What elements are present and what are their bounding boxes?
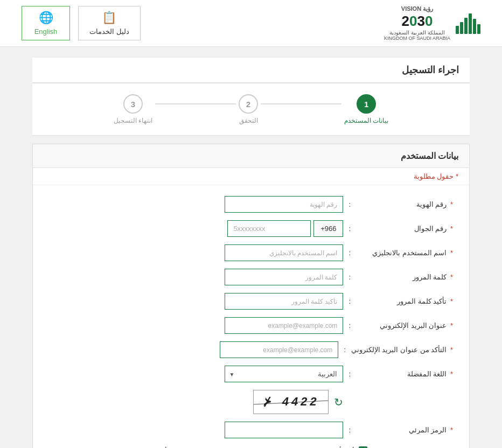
english-label: English xyxy=(34,27,58,36)
step-3: 3 انتهاء التسجيل xyxy=(114,94,152,124)
language-select[interactable]: العربية English xyxy=(225,366,343,382)
header-buttons: 🌐 English 📋 دليل الخدمات xyxy=(22,6,141,40)
services-guide-button[interactable]: 📋 دليل الخدمات xyxy=(78,6,141,40)
form-body: * رقم الهوية : * رقم الجوال : +966 xyxy=(33,185,469,448)
step-2: 2 التحقق xyxy=(239,94,258,124)
vision-text: VISION رؤية 2030 xyxy=(401,5,433,30)
id-number-label: * رقم الهوية xyxy=(356,200,453,208)
confirm-password-row: * تأكيد كلمة المرور : xyxy=(49,293,453,310)
captcha-input[interactable] xyxy=(225,422,343,438)
vision-logo: VISION رؤية 2030 المملكة العربية السعودي… xyxy=(384,5,450,41)
form-card-title: بيانات المستخدم xyxy=(33,144,469,168)
colon-4: : xyxy=(348,273,351,281)
confirm-password-input[interactable] xyxy=(225,293,343,310)
required-note: * حقول مطلوبة xyxy=(33,168,469,185)
services-guide-label: دليل الخدمات xyxy=(89,27,129,36)
captcha-refresh-button[interactable]: ↻ xyxy=(334,396,343,409)
email-label: * عنوان البريد الإلكتروني xyxy=(356,321,453,330)
captcha-label: * الرمز المرئي xyxy=(356,426,453,434)
password-label: * كلمة المرور xyxy=(356,273,453,281)
step-line-1 xyxy=(261,103,341,104)
form-card: بيانات المستخدم * حقول مطلوبة * رقم الهو… xyxy=(32,144,470,448)
mobile-row: * رقم الجوال : +966 xyxy=(49,220,453,237)
phone-prefix: +966 xyxy=(313,220,343,237)
step-2-circle: 2 xyxy=(239,94,258,114)
password-row: * كلمة المرور : xyxy=(49,269,453,285)
header: 🌐 English 📋 دليل الخدمات VISION رؤية 203… xyxy=(0,0,502,47)
captcha-input-row: * الرمز المرئي : xyxy=(49,422,453,438)
page-title: اجراء التسجيل xyxy=(32,58,470,83)
password-input[interactable] xyxy=(225,269,343,285)
colon-3: : xyxy=(348,249,351,257)
english-button[interactable]: 🌐 English xyxy=(22,6,70,40)
step-3-circle: 3 xyxy=(123,94,143,114)
username-row: * اسم المستخدم بالانجليزي : xyxy=(49,244,453,261)
step-1: 1 بيانات المستخدم xyxy=(344,94,388,124)
colon-7: : xyxy=(344,346,346,354)
colon-1: : xyxy=(348,200,351,208)
confirm-password-label: * تأكيد كلمة المرور xyxy=(356,297,453,305)
email-input[interactable] xyxy=(225,317,343,334)
steps-container: 1 بيانات المستخدم 2 التحقق 3 انتهاء التس… xyxy=(32,83,470,136)
book-icon: 📋 xyxy=(102,11,116,25)
step-1-label: بيانات المستخدم xyxy=(344,117,388,124)
globe-icon: 🌐 xyxy=(39,11,53,25)
main-content: اجراء التسجيل 1 بيانات المستخدم 2 التحقق xyxy=(0,47,502,448)
colon-6: : xyxy=(348,321,351,330)
confirm-email-label: * التأكد من عنوان البريد الإلكتروني xyxy=(351,346,453,354)
colon-8: : xyxy=(348,370,351,378)
language-select-wrapper: العربية English xyxy=(225,366,343,382)
language-row: * اللغة المفضلة : العربية English xyxy=(49,366,453,382)
kingdom-text: المملكة العربية السعودية KINGDOM OF SAUD… xyxy=(384,30,450,41)
step-3-label: انتهاء التسجيل xyxy=(114,117,152,124)
mobile-label: * رقم الجوال xyxy=(356,225,453,233)
captcha-section: ⊁ 4422 ↻ xyxy=(253,390,343,414)
captcha-image: ⊁ 4422 xyxy=(253,390,329,414)
colon-5: : xyxy=(348,297,351,305)
logo-area: VISION رؤية 2030 المملكة العربية السعودي… xyxy=(384,5,480,41)
username-input[interactable] xyxy=(225,244,343,261)
step-2-label: التحقق xyxy=(239,117,258,124)
phone-group: +966 xyxy=(227,220,343,237)
phone-input[interactable] xyxy=(227,220,311,237)
step-line-2 xyxy=(155,103,236,104)
colon-2: : xyxy=(348,225,351,233)
username-label: * اسم المستخدم بالانجليزي xyxy=(356,249,453,257)
language-label: * اللغة المفضلة xyxy=(356,370,453,378)
id-number-input[interactable] xyxy=(225,196,343,213)
id-number-row: * رقم الهوية : xyxy=(49,196,453,213)
bars-logo xyxy=(456,12,480,34)
confirm-email-row: * التأكد من عنوان البريد الإلكتروني : xyxy=(49,341,453,358)
email-row: * عنوان البريد الإلكتروني : xyxy=(49,317,453,334)
confirm-email-input[interactable] xyxy=(220,341,338,358)
step-1-circle: 1 xyxy=(357,94,376,114)
captcha-image-row: : ⊁ 4422 ↻ xyxy=(49,390,453,414)
colon-9: : xyxy=(348,426,351,434)
